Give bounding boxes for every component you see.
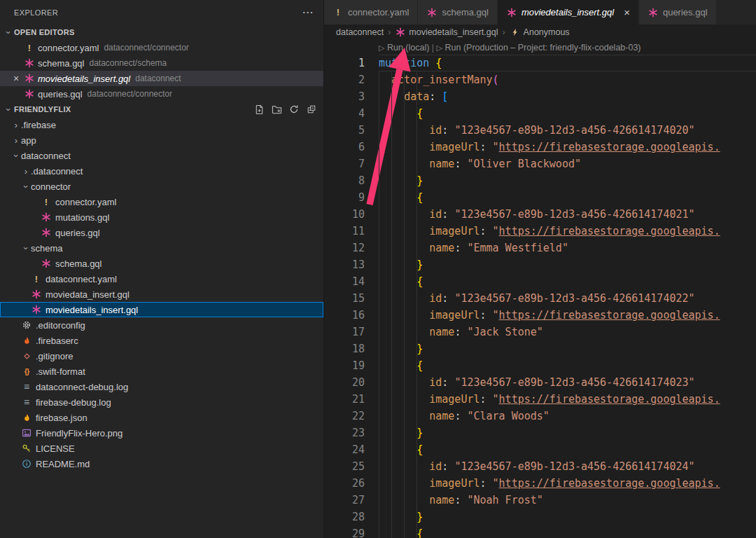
breadcrumb-item-moviedetails_insert.gql[interactable]: moviedetails_insert.gql [395,27,498,38]
collapse-all-icon[interactable] [306,104,317,115]
tab-queries.gql[interactable]: queries.gql [639,0,717,25]
new-file-icon[interactable] [253,104,265,115]
more-actions-icon[interactable]: ⋯ [302,6,314,19]
breadcrumb-separator: › [386,27,392,37]
line-number: 1 [324,55,379,71]
firebase-file-icon [21,335,32,346]
code-line-14: 14 { [324,273,756,290]
open-editor-schema.gql[interactable]: schema.gqldataconnect/schema [0,55,323,71]
close-icon[interactable]: × [8,73,24,84]
chevron-down-icon: › [4,104,14,115]
tree-item-firebase.json[interactable]: firebase.json [0,410,323,425]
tree-item-moviedetails_insert.gql[interactable]: moviedetails_insert.gql [0,302,323,317]
tree-item-LICENSE[interactable]: LICENSE [0,441,323,456]
line-number: 22 [324,408,379,425]
code-editor[interactable]: ▷ Run (local) | ▷ Run (Production – Proj… [324,40,756,538]
line-number: 25 [324,458,379,475]
graphql-file-icon [41,212,52,223]
open-editor-queries.gql[interactable]: queries.gqldataconnect/connector [0,86,323,102]
open-editor-name: connector.yaml [38,43,99,53]
refresh-icon[interactable] [288,104,300,115]
tab-schema.gql[interactable]: schema.gql [418,0,497,25]
open-editor-path: dataconnect/schema [89,58,167,68]
line-number: 2 [324,71,379,88]
tree-item-.firebase[interactable]: ›.firebase [0,117,323,132]
tree-item-.dataconnect[interactable]: ›.dataconnect [0,163,323,179]
tree-item-.firebaserc[interactable]: .firebaserc [0,333,323,348]
vscode-window: EXPLORER ⋯ › OPEN EDITORS !connector.yam… [0,0,756,538]
tree-item-firebase-debug.log[interactable]: ≡firebase-debug.log [0,394,323,410]
breadcrumb-item-Anonymous[interactable]: Anonymous [510,27,570,38]
tree-item-queries.gql[interactable]: queries.gql [0,225,323,240]
code-line-5: 5 id: "123e4567-e89b-12d3-a456-426614174… [324,122,756,139]
code-line-29: 29 { [324,525,756,538]
chevron-down-icon: › [21,181,31,191]
tab-moviedetails_insert.gql[interactable]: moviedetails_insert.gql× [498,0,639,25]
log-file-icon: ≡ [21,381,32,392]
tree-item-label: dataconnect-debug.log [36,382,128,392]
tree-item-label: .firebase [21,120,56,130]
tree-item-connector[interactable]: ›connector [0,179,323,194]
tree-item-moviedata_insert.gql[interactable]: moviedata_insert.gql [0,287,323,302]
code-line-23: 23 } [324,425,756,441]
tree-item-label: dataconnect.yaml [46,274,117,284]
open-editors-label: OPEN EDITORS [14,28,75,36]
line-number: 12 [324,240,379,256]
codelens-run-production[interactable]: ▷ Run (Production – Project: friendly-fl… [437,43,641,53]
tree-item-label: firebase-debug.log [36,397,111,408]
tree-item-label: connector [31,181,71,192]
git-file-icon [21,350,32,361]
tree-item-.editorconfig[interactable]: .editorconfig [0,317,323,333]
tree-item-.swift-format[interactable]: {}.swift-format [0,364,323,379]
line-number: 23 [324,425,379,441]
codelens-separator: | [429,43,436,53]
open-editor-connector.yaml[interactable]: !connector.yamldataconnect/connector [0,40,323,55]
breadcrumb: dataconnect›moviedetails_insert.gql›Anon… [324,25,756,40]
tree-item-schema.gql[interactable]: schema.gql [0,256,323,271]
tree-item-dataconnect-debug.log[interactable]: ≡dataconnect-debug.log [0,379,323,394]
indent-guide [416,71,417,538]
line-number: 10 [324,206,379,223]
breadcrumb-separator: › [500,27,506,37]
code-line-21: 21 imageUrl: "https://firebasestorage.go… [324,391,756,408]
code-line-16: 16 imageUrl: "https://firebasestorage.go… [324,307,756,324]
tree-item-app[interactable]: ›app [0,132,323,148]
tree-item-mutations.gql[interactable]: mutations.gql [0,209,323,225]
tree-item-label: app [21,135,36,146]
graphql-file-icon [648,7,659,18]
tab-connector.yaml[interactable]: !connector.yaml [324,0,418,25]
workspace-header[interactable]: › FRIENDLYFLIX [0,102,323,117]
tree-item-dataconnect[interactable]: ›dataconnect [0,148,323,163]
code-line-26: 26 imageUrl: "https://firebasestorage.go… [324,475,756,492]
line-number: 20 [324,374,379,391]
tab-label: queries.gql [663,7,708,18]
tree-item-dataconnect.yaml[interactable]: !dataconnect.yaml [0,271,323,287]
line-number: 7 [324,156,379,172]
tree-item-README.md[interactable]: README.md [0,456,323,471]
tree-item-label: schema.gql [55,258,102,269]
line-number: 5 [324,122,379,139]
tree-item-schema[interactable]: ›schema [0,240,323,256]
tab-label: schema.gql [442,7,488,18]
codelens-run-local[interactable]: ▷ Run (local) [379,43,429,53]
tree-item-.gitignore[interactable]: .gitignore [0,348,323,364]
graphql-file-icon [426,7,438,18]
tree-item-FriendlyFlix-Hero.png[interactable]: FriendlyFlix-Hero.png [0,425,323,441]
open-editor-path: dataconnect/connector [104,43,188,53]
line-number: 17 [324,324,379,340]
graphql-file-icon [41,258,52,269]
firebase-json-icon [21,412,32,423]
new-folder-icon[interactable] [271,104,282,115]
open-editors-header[interactable]: › OPEN EDITORS [0,25,323,40]
tree-item-label: .gitignore [36,351,73,361]
open-editor-moviedetails_insert.gql[interactable]: ×moviedetails_insert.gqldataconnect [0,71,323,86]
code-line-9: 9 { [324,189,756,206]
breadcrumb-item-dataconnect[interactable]: dataconnect [336,27,384,37]
line-number: 3 [324,88,379,105]
code-line-1: 1mutation { [324,55,756,71]
code-line-18: 18 } [324,340,756,357]
file-tree: ›.firebase›app›dataconnect›.dataconnect›… [0,117,323,471]
tree-item-connector.yaml[interactable]: !connector.yaml [0,194,323,209]
close-icon[interactable]: × [624,6,630,18]
code-line-4: 4 { [324,105,756,122]
